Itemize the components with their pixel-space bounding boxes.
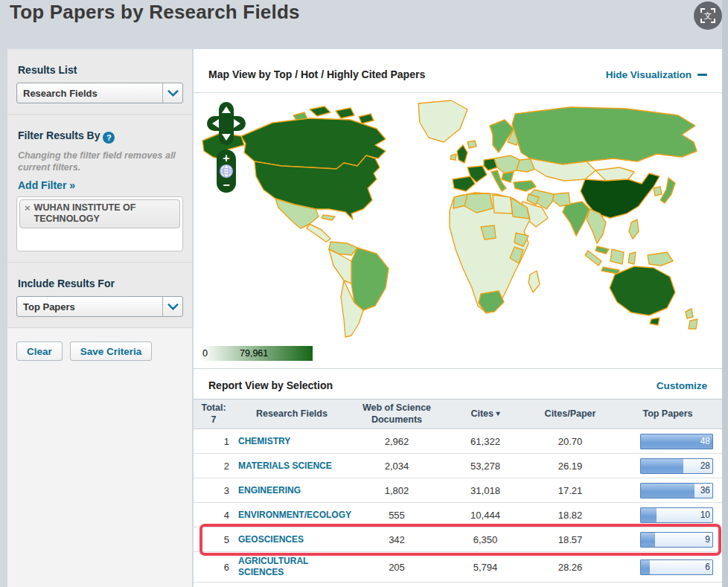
cpp-cell: 26.19 <box>527 454 613 478</box>
cites-cell: 61,322 <box>444 429 527 454</box>
zoom-out-icon: − <box>223 179 229 191</box>
countries[interactable] <box>202 100 697 337</box>
scrollbar-track[interactable] <box>722 0 728 587</box>
table-row[interactable]: 6 AGRICULTURAL SCIENCES 205 5,794 28.26 … <box>194 552 722 583</box>
field-link[interactable]: MATERIALS SCIENCE <box>238 461 332 472</box>
filter-chip[interactable]: × WUHAN INSTITUTE OF TECHNOLOGY <box>19 199 180 228</box>
top-papers-value: 9 <box>705 534 710 545</box>
top-papers-value: 10 <box>700 510 710 520</box>
cites-cell: 6,350 <box>444 527 527 552</box>
hide-visualization-link[interactable]: Hide Visualization <box>606 69 707 80</box>
sidebar: Results List Research Fields Filter Resu… <box>7 49 192 587</box>
field-link[interactable]: AGRICULTURAL SCIENCES <box>238 556 345 578</box>
svg-text:文: 文 <box>704 11 712 20</box>
map-view-title: Map View by Top / Hot / Highly Cited Pap… <box>208 68 425 80</box>
zoom-control[interactable]: + − <box>217 150 236 193</box>
top-papers-cell: 6 <box>613 552 722 583</box>
docs-cell: 9,760 <box>350 583 444 587</box>
cpp-cell: 28.26 <box>527 552 613 583</box>
rank-cell: 3 <box>194 478 234 503</box>
chevron-down-icon[interactable] <box>162 83 182 103</box>
top-bar: Top Papers by Research Fields 文 <box>0 0 728 49</box>
col-cites-per-paper[interactable]: Cites/Paper <box>527 400 613 429</box>
include-results-section: Include Results For Top Papers <box>7 263 192 328</box>
filter-note: Changing the filter field removes all cu… <box>18 150 182 173</box>
cites-cell: 5,794 <box>444 552 527 583</box>
top-papers-value: 48 <box>700 436 710 446</box>
filter-label: Filter Results By? <box>18 129 183 144</box>
table-row[interactable]: 3 ENGINEERING 1,802 31,018 17.21 36 <box>194 478 722 503</box>
field-link[interactable]: ENGINEERING <box>238 485 301 496</box>
globe-icon[interactable] <box>220 165 233 178</box>
total-header: Total:7 <box>194 400 234 429</box>
top-papers-bar: 9 <box>640 532 713 548</box>
save-criteria-button[interactable]: Save Criteria <box>70 341 153 361</box>
page-title: Top Papers by Research Fields <box>10 1 300 24</box>
table-row[interactable]: 1 CHEMISTRY 2,962 61,322 20.70 48 <box>194 429 722 454</box>
results-list-section: Results List Research Fields <box>7 49 192 115</box>
help-icon[interactable]: ? <box>103 132 115 144</box>
field-link[interactable]: CHEMISTRY <box>238 436 290 447</box>
table-row[interactable]: 0 ALL FIELDS 9,760 198,887 20.38 185 <box>194 583 722 587</box>
docs-cell: 555 <box>350 503 444 527</box>
cpp-cell: 18.57 <box>527 527 613 552</box>
field-link[interactable]: ENVIRONMENT/ECOLOGY <box>238 510 351 521</box>
top-papers-bar-fill <box>641 459 683 473</box>
top-papers-bar-fill <box>641 533 655 547</box>
scale-min-label: 0 <box>202 348 208 359</box>
country-india <box>563 202 590 236</box>
top-papers-bar-fill <box>641 508 657 522</box>
top-papers-cell: 48 <box>613 429 722 454</box>
sort-desc-icon: ▾ <box>496 409 500 417</box>
cites-cell: 53,278 <box>444 454 527 478</box>
map-section-header: Map View by Top / Hot / Highly Cited Pap… <box>194 49 722 93</box>
world-map-canvas[interactable]: + − <box>198 96 719 343</box>
col-cites-sorted[interactable]: Cites ▾ <box>444 400 527 429</box>
country-russia <box>512 107 697 164</box>
remove-filter-icon[interactable]: × <box>25 202 31 225</box>
country-australia <box>610 266 675 315</box>
top-papers-cell: 36 <box>613 478 722 503</box>
table-row[interactable]: 4 ENVIRONMENT/ECOLOGY 555 10,444 18.82 1… <box>194 503 722 527</box>
table-row[interactable]: 2 MATERIALS SCIENCE 2,034 53,278 26.19 2… <box>194 454 722 478</box>
docs-cell: 2,034 <box>350 454 444 478</box>
col-wos-documents[interactable]: Web of Science Documents <box>350 400 444 429</box>
report-section-header: Report View by Selection Customize <box>194 368 722 399</box>
top-papers-bar: 10 <box>640 507 713 523</box>
include-results-label: Include Results For <box>18 278 183 289</box>
top-papers-cell: 10 <box>613 503 722 527</box>
top-papers-bar: 36 <box>640 483 713 498</box>
map-area: + − 0 79,961 <box>194 96 722 368</box>
include-results-selected: Top Papers <box>17 301 75 312</box>
top-papers-bar: 28 <box>640 458 713 474</box>
rank-cell: 2 <box>194 454 234 478</box>
include-results-dropdown[interactable]: Top Papers <box>16 296 183 317</box>
top-papers-value: 6 <box>705 562 710 572</box>
top-papers-cell: 185 <box>613 583 722 587</box>
translate-icon-glyph: 文 <box>700 7 716 24</box>
cpp-cell: 17.21 <box>527 478 613 503</box>
country-uk <box>457 145 467 163</box>
top-papers-cell: 28 <box>613 454 722 478</box>
col-top-papers[interactable]: Top Papers <box>613 400 722 429</box>
col-research-fields: Research Fields <box>234 400 350 429</box>
results-list-label: Results List <box>18 64 183 76</box>
country-japan <box>660 178 675 203</box>
docs-cell: 342 <box>350 527 444 552</box>
clear-button[interactable]: Clear <box>16 341 63 361</box>
report-table-wrap: Total:7 Research Fields Web of Science D… <box>194 399 722 587</box>
sidebar-buttons: Clear Save Criteria <box>7 328 192 587</box>
docs-cell: 205 <box>350 552 444 583</box>
top-papers-bar: 6 <box>640 559 713 575</box>
translate-icon[interactable]: 文 <box>694 1 722 30</box>
report-view-title: Report View by Selection <box>208 379 333 391</box>
rank-cell: 6 <box>194 552 234 583</box>
customize-link[interactable]: Customize <box>657 380 707 391</box>
add-filter-link[interactable]: Add Filter » <box>18 179 183 191</box>
field-link[interactable]: GEOSCIENCES <box>238 534 304 545</box>
chevron-down-icon[interactable] <box>162 297 182 316</box>
table-row[interactable]: 5 GEOSCIENCES 342 6,350 18.57 9 <box>194 527 722 552</box>
docs-cell: 1,802 <box>350 478 444 503</box>
results-list-dropdown[interactable]: Research Fields <box>16 83 183 103</box>
filter-box: × WUHAN INSTITUTE OF TECHNOLOGY <box>16 196 183 251</box>
